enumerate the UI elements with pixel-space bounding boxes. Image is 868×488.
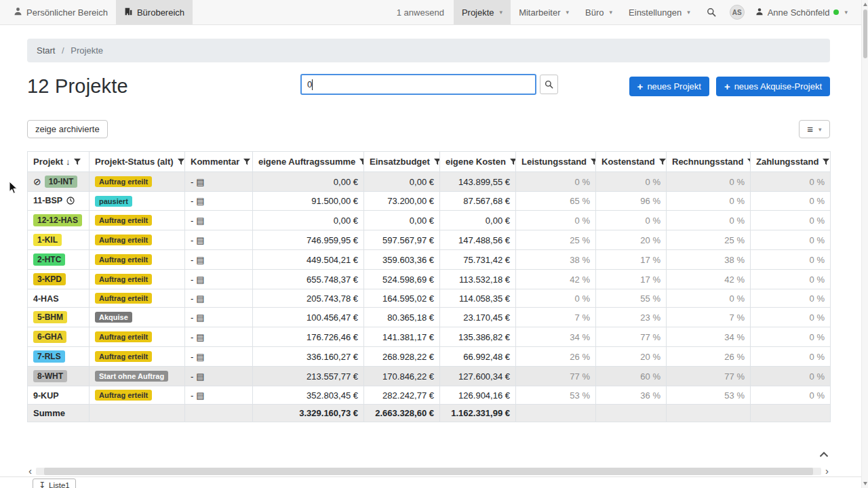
comment-text: - bbox=[191, 371, 193, 382]
new-akquise-project-button[interactable]: + neues Akquise-Projekt bbox=[716, 77, 830, 96]
table-row[interactable]: 5-BHMAkquise-▤100.456,47 €80.365,18 €23.… bbox=[28, 308, 831, 327]
cell-leistungsstand: 0 % bbox=[516, 289, 596, 308]
nav-menu-buero[interactable]: Büro ▾ bbox=[577, 0, 620, 24]
nav-menu-projekte-label: Projekte bbox=[462, 7, 494, 18]
cell-status: Auftrag erteilt bbox=[90, 327, 185, 347]
column-header-auftragssumme[interactable]: eigene Auftragssumme bbox=[253, 152, 364, 172]
filter-icon[interactable] bbox=[178, 159, 184, 165]
comment-note-icon[interactable]: ▤ bbox=[196, 371, 204, 382]
table-row[interactable]: 4-HASAuftrag erteilt-▤205.743,78 €164.59… bbox=[28, 289, 831, 308]
comment-note-icon[interactable]: ▤ bbox=[196, 332, 204, 342]
table-row[interactable]: 3-KPDAuftrag erteilt-▤655.748,37 €524.59… bbox=[28, 270, 831, 289]
project-status-badge: Akquise bbox=[95, 312, 132, 323]
cell-einsatzbudget: 597.567,97 € bbox=[364, 230, 440, 250]
table-row[interactable]: 6-GHAAuftrag erteilt-▤176.726,46 €141.38… bbox=[28, 327, 831, 347]
table-row[interactable]: 11-BSPpausiert-▤91.500,00 €73.200,00 €87… bbox=[28, 192, 831, 211]
column-header-comment[interactable]: Kommentar bbox=[185, 152, 253, 172]
filter-icon[interactable] bbox=[243, 159, 250, 165]
column-header-einsatzbudget[interactable]: Einsatzbudget bbox=[364, 152, 440, 172]
comment-note-icon[interactable]: ▤ bbox=[196, 177, 204, 187]
filter-icon[interactable] bbox=[510, 159, 516, 165]
filter-icon[interactable] bbox=[359, 159, 363, 165]
table-row[interactable]: 2-HTCAuftrag erteilt-▤449.504,21 €359.60… bbox=[28, 250, 831, 270]
comment-note-icon[interactable]: ▤ bbox=[196, 235, 204, 245]
new-akquise-label: neues Akquise-Projekt bbox=[734, 81, 822, 92]
filter-icon[interactable] bbox=[591, 159, 595, 165]
nav-menu-mitarbeiter[interactable]: Mitarbeiter ▾ bbox=[511, 0, 577, 24]
sheet-tab-liste1[interactable]: ↧ Liste1 bbox=[33, 479, 76, 488]
filter-icon[interactable] bbox=[74, 159, 81, 165]
filter-icon[interactable] bbox=[747, 159, 750, 165]
scroll-right-icon[interactable]: › bbox=[824, 466, 830, 476]
cell-kostenstand: 23 % bbox=[596, 308, 667, 327]
table-options-button[interactable]: ≡ ▾ bbox=[799, 120, 830, 138]
nav-office-area[interactable]: Bürobereich bbox=[116, 0, 193, 24]
comment-note-icon[interactable]: ▤ bbox=[196, 352, 204, 362]
table-row[interactable]: 12-12-HASAuftrag erteilt-▤0,00 €0,00 €0,… bbox=[28, 211, 831, 230]
project-status-badge: Auftrag erteilt bbox=[95, 351, 152, 362]
comment-note-icon[interactable]: ▤ bbox=[196, 312, 204, 323]
column-header-code[interactable]: Projekt↓ bbox=[28, 152, 90, 172]
presence-count: 1 anwesend bbox=[387, 0, 454, 24]
scroll-down-icon[interactable] bbox=[863, 482, 867, 485]
horizontal-scroll-thumb[interactable] bbox=[44, 468, 814, 475]
comment-note-icon[interactable]: ▤ bbox=[196, 293, 204, 304]
scroll-left-icon[interactable]: ‹ bbox=[27, 466, 33, 476]
cell-rechnungsstand: 25 % bbox=[667, 230, 751, 250]
nav-menu-projekte[interactable]: Projekte ▾ bbox=[454, 0, 511, 24]
table-row[interactable]: 7-RLSAuftrag erteilt-▤336.160,27 €268.92… bbox=[28, 347, 831, 367]
comment-note-icon[interactable]: ▤ bbox=[196, 196, 204, 206]
scroll-up-icon[interactable] bbox=[863, 3, 867, 6]
table-row[interactable]: 8-WHTStart ohne Auftrag-▤213.557,77 €170… bbox=[28, 367, 831, 386]
table-row[interactable]: ⊘10-INTAuftrag erteilt-▤0,00 €0,00 €143.… bbox=[28, 172, 831, 192]
filter-icon[interactable] bbox=[434, 159, 440, 165]
cell-auftragssumme: 205.743,78 € bbox=[253, 289, 364, 308]
cell-auftragssumme: 655.748,37 € bbox=[253, 270, 364, 289]
user-menu[interactable]: Anne Schönfeld ▾ bbox=[747, 0, 856, 24]
comment-text: - bbox=[191, 312, 193, 323]
breadcrumb-home[interactable]: Start bbox=[37, 45, 55, 56]
title-actions: + neues Projekt + neues Akquise-Projekt bbox=[629, 77, 830, 96]
column-header-kostenstand[interactable]: Kostenstand bbox=[596, 152, 667, 172]
search-input[interactable] bbox=[300, 74, 536, 95]
cell-comment: -▤ bbox=[185, 211, 253, 230]
table-row[interactable]: 9-KUPAuftrag erteilt-▤352.803,45 €282.24… bbox=[28, 386, 831, 405]
cell-leistungsstand: 0 % bbox=[516, 211, 596, 230]
cell-rechnungsstand: 0 % bbox=[667, 211, 751, 230]
comment-note-icon[interactable]: ▤ bbox=[196, 216, 204, 226]
nav-search-button[interactable] bbox=[698, 0, 724, 24]
nav-personal-area[interactable]: Persönlicher Bereich bbox=[5, 0, 116, 24]
column-header-rechnungsstand[interactable]: Rechnungsstand bbox=[667, 152, 751, 172]
comment-note-icon[interactable]: ▤ bbox=[196, 255, 204, 265]
scroll-to-top-button[interactable] bbox=[819, 449, 829, 460]
sort-down-icon[interactable]: ↓ bbox=[66, 157, 71, 167]
clock-icon bbox=[66, 197, 75, 207]
filter-icon[interactable] bbox=[659, 159, 666, 165]
column-header-leistungsstand[interactable]: Leistungsstand bbox=[516, 152, 596, 172]
table-row[interactable]: 1-KILAuftrag erteilt-▤746.959,95 €597.56… bbox=[28, 230, 831, 250]
vertical-scrollbar[interactable] bbox=[861, 0, 868, 488]
nav-office-area-label: Bürobereich bbox=[137, 7, 184, 18]
new-project-button[interactable]: + neues Projekt bbox=[629, 77, 709, 96]
horizontal-scroll-track[interactable] bbox=[36, 468, 821, 475]
cell-kosten: 127.600,34 € bbox=[440, 367, 516, 386]
comment-note-icon[interactable]: ▤ bbox=[196, 390, 204, 401]
horizontal-scrollbar[interactable]: ‹ › bbox=[27, 466, 830, 476]
search-submit-button[interactable] bbox=[540, 75, 558, 94]
comment-note-icon[interactable]: ▤ bbox=[196, 274, 204, 285]
column-header-kosten[interactable]: eigene Kosten bbox=[440, 152, 516, 172]
cell-leistungsstand: 26 % bbox=[516, 347, 596, 367]
show-archived-button[interactable]: zeige archivierte bbox=[27, 120, 108, 138]
cell-zahlungsstand: 0 % bbox=[751, 250, 831, 270]
project-code-badge: 8-WHT bbox=[33, 370, 67, 382]
nav-menu-einstellungen[interactable]: Einstellungen ▾ bbox=[620, 0, 698, 24]
avatar[interactable]: AS bbox=[730, 5, 745, 20]
cell-kosten: 23.170,45 € bbox=[440, 308, 516, 327]
cell-kosten: 87.567,68 € bbox=[440, 192, 516, 211]
cell-leistungsstand: 7 % bbox=[516, 308, 596, 327]
column-header-status[interactable]: Projekt-Status (alt) bbox=[90, 152, 185, 172]
vertical-scroll-thumb[interactable] bbox=[863, 9, 867, 58]
column-header-zahlungsstand[interactable]: Zahlungsstand bbox=[751, 152, 831, 172]
project-status-badge: Auftrag erteilt bbox=[95, 274, 152, 285]
filter-icon[interactable] bbox=[823, 159, 829, 165]
